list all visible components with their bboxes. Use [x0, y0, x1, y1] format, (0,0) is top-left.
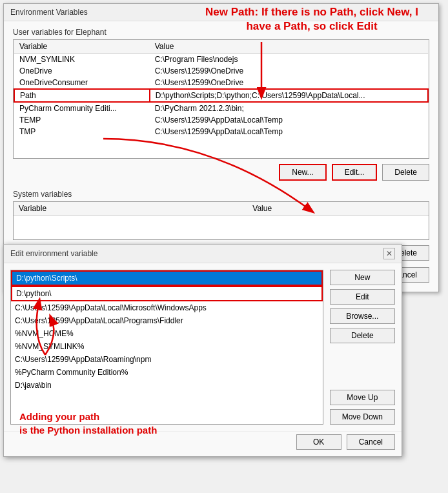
list-item[interactable]: %NVM_SYMLINK%: [11, 340, 323, 353]
move-up-button[interactable]: Move Up: [330, 390, 395, 405]
close-button[interactable]: ✕: [383, 248, 395, 259]
adding-label-line2: is the Python installation path: [19, 423, 157, 437]
variable-cell: OneDrive: [14, 65, 150, 77]
path-list: D:\python\Scripts\D:\python\C:\Users\125…: [11, 270, 323, 392]
list-item[interactable]: C:\Users\12599\AppData\Local\Programs\Fi…: [11, 314, 323, 327]
list-item[interactable]: C:\Users\12599\AppData\Roaming\npm: [11, 353, 323, 366]
delete-button[interactable]: Delete: [382, 164, 429, 181]
table-row[interactable]: TEMPC:\Users\12599\AppData\Local\Temp: [14, 114, 428, 126]
system-variables-table-container: Variable Value: [13, 201, 429, 240]
adding-annotation: Adding your path is the Python installat…: [19, 410, 157, 437]
path-list-container[interactable]: D:\python\Scripts\D:\python\C:\Users\125…: [10, 270, 323, 425]
edit-button[interactable]: Edit...: [332, 164, 378, 181]
list-item[interactable]: %PyCharm Community Edition%: [11, 366, 323, 379]
value-cell: C:\Program Files\nodejs: [150, 54, 428, 66]
variable-cell: OneDriveConsumer: [14, 77, 150, 89]
value-cell: C:\Users\12599\AppData\Local\Temp: [150, 126, 428, 137]
system-section-label: System variables: [13, 190, 429, 199]
table-row[interactable]: OneDriveC:\Users\12599\OneDrive: [14, 65, 428, 77]
path-cancel-button[interactable]: Cancel: [347, 434, 395, 450]
value-cell: C:\Users\12599\AppData\Local\Temp: [150, 114, 428, 126]
edit-dialog-body: D:\python\Scripts\D:\python\C:\Users\125…: [4, 263, 402, 431]
list-item[interactable]: C:\Users\12599\AppData\Local\Microsoft\W…: [11, 301, 323, 314]
variable-cell: Path: [14, 89, 150, 102]
list-item[interactable]: %NVM_HOME%: [11, 327, 323, 340]
move-down-button[interactable]: Move Down: [330, 409, 395, 425]
list-item[interactable]: D:\python\Scripts\: [11, 270, 323, 286]
list-item[interactable]: D:\python\: [11, 286, 323, 301]
col-variable-header: Variable: [14, 40, 150, 54]
table-row[interactable]: TMPC:\Users\12599\AppData\Local\Temp: [14, 126, 428, 137]
table-row[interactable]: OneDriveConsumerC:\Users\12599\OneDrive: [14, 77, 428, 89]
system-variables-table: Variable Value: [14, 202, 429, 216]
col-value-header: Value: [150, 40, 428, 54]
table-row[interactable]: PathD:\python\Scripts;D:\python;C:\Users…: [14, 89, 428, 102]
path-new-button[interactable]: New: [330, 270, 395, 285]
edit-buttons-wrapper: New Edit Browse... Delete Move Up Move D…: [330, 270, 395, 425]
variable-cell: TEMP: [14, 114, 150, 126]
value-cell: C:\Users\12599\OneDrive: [150, 65, 428, 77]
value-cell: D:\PyCharm 2021.2.3\bin;: [150, 102, 428, 114]
new-button[interactable]: New...: [279, 164, 326, 181]
user-variables-table-container: Variable Value NVM_SYMLINKC:\Program Fil…: [13, 39, 429, 159]
value-cell: C:\Users\12599\OneDrive: [150, 77, 428, 89]
annotation-title: New Path: If there is no Path, click New…: [192, 5, 431, 34]
path-edit-button[interactable]: Edit: [330, 289, 395, 305]
variable-cell: NVM_SYMLINK: [14, 54, 150, 66]
variable-cell: PyCharm Community Editi...: [14, 102, 150, 114]
table-row[interactable]: NVM_SYMLINKC:\Program Files\nodejs: [14, 54, 428, 66]
user-variables-table: Variable Value NVM_SYMLINKC:\Program Fil…: [14, 40, 429, 137]
env-dialog-buttons: New... Edit... Delete: [13, 164, 429, 181]
path-ok-button[interactable]: OK: [296, 434, 341, 450]
edit-dialog-titlebar: Edit environment variable ✕: [4, 245, 402, 263]
path-delete-button[interactable]: Delete: [330, 328, 395, 343]
edit-dialog-title: Edit environment variable: [10, 249, 97, 258]
value-cell: D:\python\Scripts;D:\python;C:\Users\125…: [150, 89, 428, 102]
list-item[interactable]: D:\java\bin: [11, 379, 323, 392]
sys-col-value: Value: [247, 202, 429, 216]
variable-cell: TMP: [14, 126, 150, 137]
sys-col-variable: Variable: [14, 202, 247, 216]
path-browse-button[interactable]: Browse...: [330, 308, 395, 324]
adding-label-line1: Adding your path: [19, 410, 157, 423]
table-row[interactable]: PyCharm Community Editi...D:\PyCharm 202…: [14, 102, 428, 114]
